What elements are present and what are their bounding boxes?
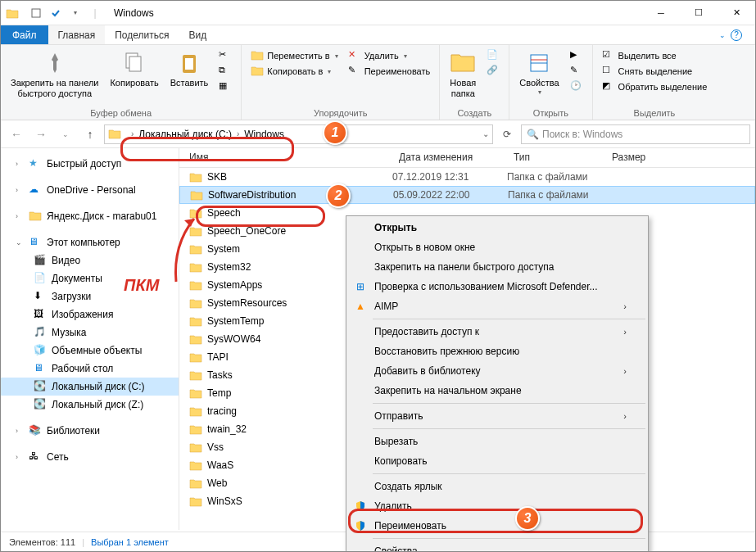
download-icon: ⬇ xyxy=(34,290,47,303)
ctx-share[interactable]: Предоставить доступ к› xyxy=(348,322,646,342)
pictures-icon: 🖼 xyxy=(34,308,47,321)
pin-icon xyxy=(42,50,68,76)
ctx-rename[interactable]: Переименовать xyxy=(348,516,646,536)
sidebar-3dobjects[interactable]: 🧊Объемные объекты xyxy=(1,342,179,360)
file-name: SystemTemp xyxy=(207,315,264,327)
col-size[interactable]: Размер xyxy=(605,148,671,167)
file-name: twain_32 xyxy=(207,423,247,435)
ctx-shortcut[interactable]: Создать ярлык xyxy=(348,477,646,496)
select-all-button[interactable]: ☑Выделить все xyxy=(600,48,710,63)
breadcrumb-seg[interactable]: Windows xyxy=(244,129,284,140)
tab-file[interactable]: Файл xyxy=(1,25,48,44)
sidebar-music[interactable]: 🎵Музыка xyxy=(1,324,179,342)
navigation-pane: ›★Быстрый доступ ›☁OneDrive - Personal ›… xyxy=(1,148,179,530)
sidebar-video[interactable]: 🎬Видео xyxy=(1,251,179,269)
close-button[interactable]: ✕ xyxy=(718,1,755,25)
edit-small[interactable]: ✎ xyxy=(568,64,586,79)
newitem-small[interactable]: 📄 xyxy=(484,48,502,63)
ctx-aimp[interactable]: ▲AIMP› xyxy=(348,296,646,316)
search-input[interactable]: 🔍 Поиск в: Windows xyxy=(521,124,750,144)
file-name: Web xyxy=(207,477,227,489)
copypath-small[interactable]: ⧉ xyxy=(216,64,234,79)
ctx-send[interactable]: Отправить› xyxy=(348,406,646,426)
forward-button[interactable]: → xyxy=(30,124,52,145)
sidebar-quick-access[interactable]: ›★Быстрый доступ xyxy=(1,155,179,173)
ctx-properties[interactable]: Свойства xyxy=(348,541,646,552)
file-row[interactable]: SKB07.12.2019 12:31Папка с файлами xyxy=(179,168,755,186)
pin-button[interactable]: Закрепить на панели быстрого доступа xyxy=(7,48,102,101)
address-dropdown[interactable]: ⌄ xyxy=(482,129,489,138)
sidebar-disk-c[interactable]: 💽Локальный диск (C:) xyxy=(1,378,179,396)
properties-icon xyxy=(526,50,552,76)
back-button[interactable]: ← xyxy=(6,124,27,145)
ctx-restore[interactable]: Восстановить прежнюю версию xyxy=(348,342,646,361)
file-name: SKB xyxy=(207,171,227,183)
breadcrumb-seg[interactable]: Локальный диск (C:) xyxy=(138,129,232,140)
copy-button[interactable]: Копировать xyxy=(106,48,161,90)
col-type[interactable]: Тип xyxy=(507,148,605,167)
ctx-pin-quick[interactable]: Закрепить на панели быстрого доступа xyxy=(348,257,646,277)
new-folder-button[interactable]: Новая папка xyxy=(446,48,479,101)
pasteshortcut-small[interactable]: ▦ xyxy=(216,79,234,94)
file-name: WinSxS xyxy=(207,495,242,507)
ctx-copy[interactable]: Копировать xyxy=(348,451,646,471)
file-name: Vss xyxy=(207,441,224,453)
invert-selection-button[interactable]: ◩Обратить выделение xyxy=(600,79,710,94)
ctx-open[interactable]: Открыть xyxy=(348,218,646,238)
maximize-button[interactable]: ☐ xyxy=(680,1,718,25)
copy-to-button[interactable]: Копировать в▾ xyxy=(248,64,340,79)
network-icon: 🖧 xyxy=(29,450,42,464)
chevron-icon[interactable]: › xyxy=(237,129,239,138)
sidebar-yandex[interactable]: ›Яндекс.Диск - marabu01 xyxy=(1,207,179,225)
library-icon: 📚 xyxy=(29,424,42,437)
refresh-button[interactable]: ⟳ xyxy=(496,124,518,144)
annotation-badge-2: 2 xyxy=(326,183,351,208)
history-small[interactable]: 🕑 xyxy=(568,79,586,94)
sidebar-libraries[interactable]: ›📚Библиотеки xyxy=(1,422,179,440)
chevron-icon[interactable]: › xyxy=(131,129,134,138)
delete-button[interactable]: ✕Удалить▾ xyxy=(346,48,433,63)
file-row[interactable]: SoftwareDistribution05.09.2022 22:00Папк… xyxy=(179,186,755,204)
group-clipboard-label: Буфер обмена xyxy=(7,108,234,118)
col-date[interactable]: Дата изменения xyxy=(392,148,507,167)
sidebar-thispc[interactable]: ⌄🖥Этот компьютер xyxy=(1,233,179,251)
sidebar-desktop[interactable]: 🖥Рабочий стол xyxy=(1,360,179,378)
file-name: WaaS xyxy=(207,459,233,471)
sidebar-pictures[interactable]: 🖼Изображения xyxy=(1,305,179,324)
sidebar-network[interactable]: ›🖧Сеть xyxy=(1,448,179,466)
up-button[interactable]: ↑ xyxy=(79,124,101,145)
tab-home[interactable]: Главная xyxy=(48,25,106,44)
minimize-button[interactable]: ─ xyxy=(642,1,680,25)
col-name[interactable]: Имя xyxy=(179,148,392,167)
tab-share[interactable]: Поделиться xyxy=(105,25,179,44)
sidebar-disk-z[interactable]: 💽Локальный диск (Z:) xyxy=(1,396,179,414)
qat-item[interactable] xyxy=(27,4,45,22)
address-field[interactable]: › Локальный диск (C:) › Windows ⌄ xyxy=(104,124,493,144)
ctx-open-new[interactable]: Открыть в новом окне xyxy=(348,238,646,257)
cloud-icon: ☁ xyxy=(29,183,42,197)
paste-button[interactable]: Вставить xyxy=(167,48,212,90)
qat-item[interactable] xyxy=(47,4,65,22)
recent-dropdown[interactable]: ⌄ xyxy=(55,124,76,145)
ctx-library[interactable]: Добавить в библиотеку› xyxy=(348,361,646,381)
context-menu: Открыть Открыть в новом окне Закрепить н… xyxy=(346,215,649,552)
qat-dropdown[interactable]: ▾ xyxy=(66,4,84,22)
cut-small[interactable]: ✂ xyxy=(216,48,234,63)
sidebar-onedrive[interactable]: ›☁OneDrive - Personal xyxy=(1,181,179,199)
easyaccess-small[interactable]: 🔗 xyxy=(484,64,502,79)
open-small[interactable]: ▶ xyxy=(568,48,586,63)
rename-button[interactable]: ✎Переименовать xyxy=(346,64,433,79)
ctx-delete[interactable]: Удалить xyxy=(348,496,646,516)
move-to-button[interactable]: Переместить в▾ xyxy=(248,48,340,63)
ctx-defender[interactable]: ⊞Проверка с использованием Microsoft Def… xyxy=(348,277,646,296)
video-icon: 🎬 xyxy=(34,254,47,267)
file-name: SysWOW64 xyxy=(207,333,260,345)
select-none-button[interactable]: ☐Снять выделение xyxy=(600,64,710,79)
ctx-separator xyxy=(373,319,645,319)
ctx-cut[interactable]: Вырезать xyxy=(348,432,646,451)
tab-view[interactable]: Вид xyxy=(179,25,216,44)
properties-button[interactable]: Свойства▾ xyxy=(516,48,562,98)
copyto-icon xyxy=(251,65,264,78)
ctx-pin-start[interactable]: Закрепить на начальном экране xyxy=(348,381,646,400)
ribbon-help[interactable]: ⌄? xyxy=(706,25,755,44)
